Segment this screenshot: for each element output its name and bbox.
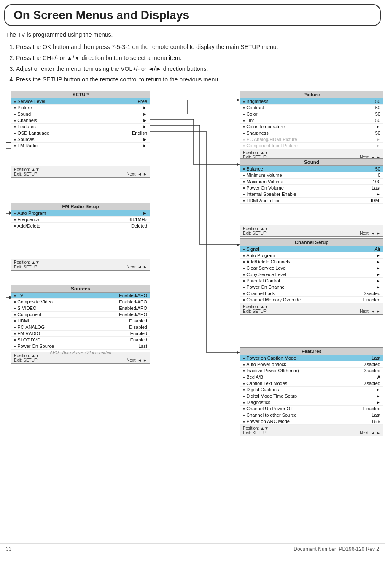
svg-marker-11 xyxy=(237,243,240,247)
features-row-bed: Bed A/B A xyxy=(240,374,383,380)
channel-row-auto: Auto Program ► xyxy=(240,252,383,259)
picture-menu-title: Picture xyxy=(240,91,383,98)
sound-menu-title: Sound xyxy=(240,159,383,166)
features-row-channelother: Channel to other Source Last xyxy=(240,412,383,418)
sources-row-tv: TV Enabled/APO xyxy=(11,293,150,299)
sound-row-powervol: Power On Volume Last xyxy=(240,185,383,191)
picture-row-tint: Tint 50 xyxy=(240,117,383,124)
setup-menu-footer: Position: ▲▼ Exit: SETUP Next: ◄ ► xyxy=(11,166,150,177)
diagram-area: SETUP Service Level Free Picture ► Sound… xyxy=(6,91,379,534)
fmradio-menu-footer: Position: ▲▼ Exit: SETUP Next: ◄ ► xyxy=(11,259,150,270)
fmradio-row-freq: Frequency 88.1MHz xyxy=(11,217,150,223)
document-number: Document Number: PD196-120 Rev 2 xyxy=(293,546,379,552)
features-menu-title: Features xyxy=(240,348,383,355)
step-2: Press the CH+/- or ▲/▼ direction button … xyxy=(16,53,379,63)
fmradio-menu: FM Radio Setup Auto Program ► Frequency … xyxy=(11,203,150,271)
setup-row-fmradio: FM Radio ► xyxy=(11,143,150,149)
setup-menu-title: SETUP xyxy=(11,91,150,98)
sources-menu-title: Sources xyxy=(11,285,150,293)
setup-row-service-level: Service Level Free xyxy=(11,98,150,105)
sound-row-minvol: Minimum Volume 0 xyxy=(240,172,383,179)
sources-row-component: Component Enabled/APO xyxy=(11,312,150,318)
fmradio-menu-title: FM Radio Setup xyxy=(11,203,150,210)
channel-row-adddelete: Add/Delete Channels ► xyxy=(240,259,383,265)
channel-row-signal: Signal Air xyxy=(240,246,383,252)
setup-row-channels: Channels ► xyxy=(11,117,150,124)
sources-row-pcanalog: PC-ANALOG Disabled xyxy=(11,324,150,331)
page-body: The TV is programmed using the menus. Pr… xyxy=(0,26,385,539)
features-row-channelupp: Channel Up Power Off Enabled xyxy=(240,406,383,412)
setup-row-sources: Sources ► xyxy=(11,136,150,143)
intro-paragraph: The TV is programmed using the menus. xyxy=(6,31,379,38)
picture-row-component: Component Input Picture ► xyxy=(240,143,383,149)
setup-row-features: Features ► xyxy=(11,124,150,130)
step-1: Press the OK button and then press 7-5-3… xyxy=(16,42,379,52)
features-menu: Features Power on Caption Mode Last Auto… xyxy=(240,347,383,436)
sound-row-speaker: Internal Speaker Enable ► xyxy=(240,191,383,198)
instructions-list: Press the OK button and then press 7-5-3… xyxy=(16,42,379,85)
sources-row-poweron: Power On Source Last xyxy=(11,343,150,350)
svg-marker-15 xyxy=(237,351,240,354)
sources-row-composite: Composite Video Enabled/APO xyxy=(11,299,150,305)
step-4: Press the SETUP button on the remote con… xyxy=(16,75,379,85)
setup-row-osd: OSD Language English xyxy=(11,130,150,136)
features-menu-footer: Position: ▲▼ Exit: SETUP Next: ◄ ► xyxy=(240,425,383,436)
features-row-digitalcaptions: Digital Captions ► xyxy=(240,387,383,393)
features-row-caption: Power on Caption Mode Last xyxy=(240,355,383,361)
sound-row-balance: Balance 50 xyxy=(240,166,383,172)
picture-row-sharpness: Sharpness 50 xyxy=(240,130,383,136)
sources-menu: Sources TV Enabled/APO Composite Video E… xyxy=(11,285,150,364)
features-row-digitalmode: Digital Mode Time Setup ► xyxy=(240,393,383,399)
svg-marker-3 xyxy=(237,98,240,102)
picture-row-pchdmi: PC Analog/HDMI Picture ► xyxy=(240,136,383,143)
page-footer: 33 Document Number: PD196-120 Rev 2 xyxy=(0,543,385,555)
channel-menu-title: Channel Setup xyxy=(240,239,383,246)
features-row-diagnostics: Diagnostics ► xyxy=(240,399,383,406)
channel-row-parental: Parental Control ► xyxy=(240,278,383,284)
sources-row-fmradio: FM RADIO Enabled xyxy=(11,331,150,337)
sound-menu: Sound Balance 50 Minimum Volume 0 Maximu… xyxy=(240,158,383,237)
picture-row-colortemp: Color Temperature ► xyxy=(240,124,383,130)
step-3: Adjust or enter the menu item using the … xyxy=(16,64,379,74)
page-title: On Screen Menus and Displays xyxy=(13,8,189,22)
sources-row-svideo: S-VIDEO Enabled/APO xyxy=(11,305,150,312)
channel-menu: Channel Setup Signal Air Auto Program ► … xyxy=(240,238,383,315)
setup-row-sound: Sound ► xyxy=(11,111,150,117)
sound-row-hdmiaudio: HDMI Audio Port HDMI xyxy=(240,198,383,204)
picture-row-brightness: Brightness 50 xyxy=(240,98,383,105)
sources-row-slotdvd: SLOT DVD Enabled xyxy=(11,337,150,343)
page-header: On Screen Menus and Displays xyxy=(4,4,381,26)
page-number: 33 xyxy=(6,546,11,552)
svg-marker-7 xyxy=(237,163,240,166)
features-row-captiontext: Caption Text Modes Disabled xyxy=(240,380,383,387)
sound-row-maxvol: Maximum Volume 100 xyxy=(240,179,383,185)
channel-menu-footer: Position: ▲▼ Exit: SETUP Next: ◄ ► xyxy=(240,303,383,314)
fmradio-row-adddelete: Add/Delete Deleted xyxy=(11,223,150,229)
sound-menu-footer: Position: ▲▼ Exit: SETUP Next: ◄ ► xyxy=(240,225,383,236)
features-row-autopower: Auto Power on/lock Disabled xyxy=(240,361,383,368)
picture-menu: Picture Brightness 50 Contrast 50 Color … xyxy=(240,91,383,161)
features-row-inactive: Inactive Power Off(h:mm) Disabled xyxy=(240,368,383,374)
picture-row-contrast: Contrast 50 xyxy=(240,105,383,111)
channel-row-clearservice: Clear Service Level ► xyxy=(240,265,383,271)
channel-row-lock: Channel Lock Disabled xyxy=(240,290,383,297)
setup-menu: SETUP Service Level Free Picture ► Sound… xyxy=(11,91,150,178)
fmradio-row-auto: Auto Program ► xyxy=(11,210,150,217)
setup-row-picture: Picture ► xyxy=(11,105,150,111)
channel-row-copyservice: Copy Service Level ► xyxy=(240,271,383,278)
features-row-arc: Power on ARC Mode 16:9 xyxy=(240,418,383,425)
channel-row-memoverride: Channel Memory Override Enabled xyxy=(240,297,383,303)
picture-row-color: Color 50 xyxy=(240,111,383,117)
channel-row-poweronchannel: Power On Channel ► xyxy=(240,284,383,290)
sources-row-hdmi: HDMI Disabled xyxy=(11,318,150,324)
